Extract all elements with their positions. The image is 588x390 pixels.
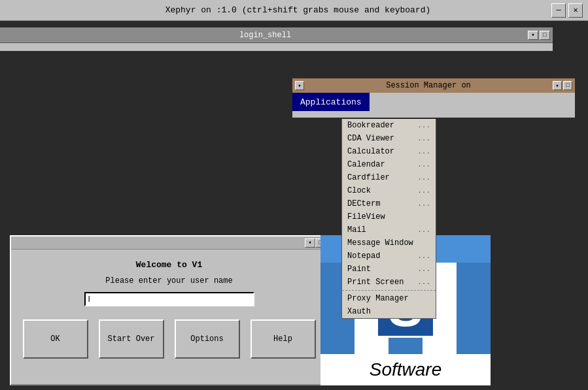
software-text: Software (320, 354, 491, 385)
xephyr-close-button[interactable]: ✕ (568, 3, 583, 18)
session-manager-title: Session Manager on (304, 81, 553, 90)
login-shell-controls: ▾ □ (528, 31, 550, 40)
applications-dropdown: Bookreader ... CDA Viewer ... Calculator… (341, 119, 436, 319)
login-shell-titlebar: login_shell ▾ □ (0, 27, 553, 43)
start-over-button[interactable]: Start Over (99, 319, 164, 359)
options-button[interactable]: Options (175, 319, 240, 359)
dropdown-item-notepad[interactable]: Notepad ... (342, 250, 436, 263)
xephyr-titlebar: Xephyr on :1.0 (ctrl+shift grabs mouse a… (0, 0, 588, 21)
dropdown-item-bookreader[interactable]: Bookreader ... (342, 119, 436, 132)
dropdown-item-message-window[interactable]: Message Window (342, 236, 436, 250)
dropdown-item-proxy-manager[interactable]: Proxy Manager (342, 292, 436, 305)
login-shell-window: login_shell ▾ □ (0, 27, 553, 51)
xephyr-minimize-button[interactable]: — (551, 3, 566, 18)
ok-button[interactable]: OK (23, 319, 88, 359)
session-manager-minimize[interactable]: ▾ (295, 81, 304, 90)
dropdown-item-fileview[interactable]: FileView (342, 210, 436, 223)
dropdown-item-xauth[interactable]: Xauth (342, 305, 436, 318)
session-manager-window: ▾ Session Manager on ▾ □ Applications (292, 78, 575, 118)
v1-titlebar: ▾ □ (11, 236, 327, 250)
dropdown-item-calendar[interactable]: Calendar ... (342, 158, 436, 171)
session-manager-titlebar: ▾ Session Manager on ▾ □ (292, 78, 575, 93)
xephyr-body: login_shell ▾ □ ▾ Session Manager on ▾ □… (0, 21, 588, 390)
session-manager-ctrl2[interactable]: □ (563, 81, 572, 90)
dropdown-item-paint[interactable]: Paint ... (342, 263, 436, 276)
xephyr-controls: — ✕ (551, 3, 583, 18)
applications-menu[interactable]: Applications (292, 93, 370, 111)
xephyr-title: Xephyr on :1.0 (ctrl+shift grabs mouse a… (44, 5, 551, 15)
v1-buttons: OK Start Over Options Help (23, 319, 316, 359)
login-shell-minimize[interactable]: ▾ (528, 31, 538, 40)
username-input[interactable] (84, 292, 254, 306)
dropdown-item-cda-viewer[interactable]: CDA Viewer ... (342, 132, 436, 145)
login-shell-maximize[interactable]: □ (540, 31, 550, 40)
dropdown-item-decterm[interactable]: DECterm ... (342, 197, 436, 210)
dropdown-item-calculator[interactable]: Calculator ... (342, 145, 436, 158)
v1-content: Welcome to V1 Please enter your user nam… (11, 250, 327, 369)
dropdown-item-clock[interactable]: Clock ... (342, 184, 436, 197)
dropdown-item-print-screen[interactable]: Print Screen ... (342, 276, 436, 289)
dropdown-item-cardfiler[interactable]: Cardfiler ... (342, 171, 436, 184)
v1-welcome-text: Welcome to V1 (136, 260, 202, 270)
v1-input-row (24, 292, 314, 306)
dropdown-item-mail[interactable]: Mail ... (342, 223, 436, 236)
login-shell-title: login_shell (3, 31, 528, 40)
session-manager-ctrl1[interactable]: ▾ (553, 81, 562, 90)
help-button[interactable]: Help (251, 319, 316, 359)
v1-window: ▾ □ Welcome to V1 Please enter your user… (10, 235, 328, 385)
v1-ctrl1[interactable]: ▾ (305, 238, 315, 248)
v1-username-label: Please enter your user name (105, 276, 232, 285)
session-menubar: Applications (292, 93, 575, 111)
